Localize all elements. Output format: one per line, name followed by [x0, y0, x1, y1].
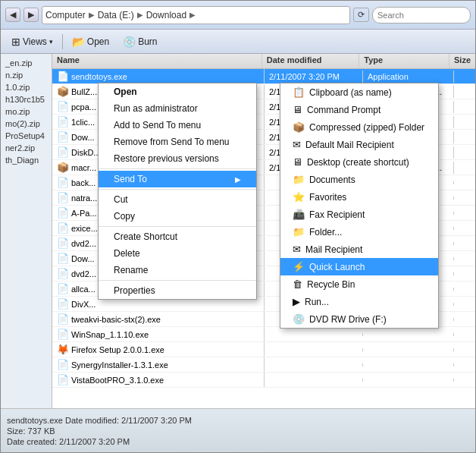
refresh-button[interactable]: ⟳ [353, 8, 369, 22]
submenu-item-desktop-create-shortcut[interactable]: 🖥 Desktop (create shortcut) [280, 153, 438, 171]
left-panel-item[interactable]: h130rc1b5 [2, 93, 50, 105]
views-button[interactable]: ⊞ Views ▾ [7, 33, 58, 50]
breadcrumb-folder[interactable]: Download [146, 10, 186, 20]
context-menu-item-remove-from-send-to-menu[interactable]: Remove from Send To menu [99, 134, 256, 150]
file-size [454, 75, 463, 78]
table-row[interactable]: 🦊 Firefox Setup 2.0.0.1.exe [52, 342, 475, 357]
file-size [454, 105, 463, 109]
submenu-item-icon: 📠 [293, 209, 305, 220]
file-size [454, 242, 463, 245]
file-list-header: Name Date modified Type Size [52, 54, 475, 69]
table-row[interactable]: 📄 WinSnap_1.1.10.exe [52, 327, 475, 342]
ctx-item-label: Send To [114, 174, 147, 184]
file-icon: 📄 [57, 192, 69, 203]
context-menu-item-run-as-administrator[interactable]: Run as administrator [99, 100, 256, 117]
submenu-item-icon: 🖥 [293, 104, 302, 115]
column-size[interactable]: Size [449, 54, 475, 68]
submenu-item-recycle-bin[interactable]: 🗑 Recycle Bin [280, 275, 438, 293]
submenu-item-label: Default Mail Recipient [305, 140, 394, 150]
file-icon: 📄 [57, 313, 69, 325]
column-date-modified[interactable]: Date modified [262, 54, 360, 68]
file-name: Dow... [71, 133, 95, 142]
file-size [454, 121, 463, 124]
file-name: allca... [71, 285, 96, 294]
submenu-item-command-prompt[interactable]: 🖥 Command Prompt [280, 101, 438, 118]
open-button[interactable]: 📂 Open [67, 33, 114, 50]
context-menu-item-add-to-send-to-menu[interactable]: Add to Send To menu [99, 117, 256, 134]
back-button[interactable]: ◀ [5, 8, 20, 22]
table-row[interactable]: 📄 VistaBootPRO_3.1.0.exe [52, 373, 475, 388]
file-icon: 📄 [57, 71, 69, 82]
left-panel-item[interactable]: _en.zip [2, 57, 50, 69]
submenu-item-folder[interactable]: 📁 Folder... [280, 223, 438, 241]
context-menu-item-copy[interactable]: Copy [99, 208, 256, 225]
breadcrumb-arrow-1: ▶ [89, 11, 95, 19]
submenu-item-icon: 📁 [293, 226, 305, 238]
context-menu-item-create-shortcut[interactable]: Create Shortcut [99, 228, 256, 245]
column-type[interactable]: Type [359, 54, 449, 68]
submenu-item-icon: ⭐ [293, 191, 305, 203]
left-panel-item[interactable]: ner2.zip [2, 142, 50, 154]
breadcrumb-computer[interactable]: Computer [45, 10, 86, 20]
file-icon: 📄 [57, 253, 69, 264]
context-menu-item-properties[interactable]: Properties [99, 282, 256, 299]
file-size [454, 136, 463, 139]
status-line-3: Date created: 2/11/2007 3:20 PM [7, 437, 469, 446]
file-date [265, 363, 363, 366]
left-panel-item[interactable]: mo(2).zip [2, 118, 50, 130]
context-menu-item-delete[interactable]: Delete [99, 245, 256, 262]
left-panel-item[interactable]: ProSetup4 [2, 130, 50, 142]
breadcrumb-arrow-2: ▶ [137, 11, 143, 19]
file-size [454, 333, 463, 336]
file-name: sendtotoys.exe [71, 72, 127, 81]
file-icon: 📄 [57, 374, 69, 385]
submenu-item-default-mail-recipient[interactable]: ✉ Default Mail Recipient [280, 136, 438, 153]
file-size [454, 197, 463, 200]
submenu-item-dvd-rw-drive-f[interactable]: 💿 DVD RW Drive (F:) [280, 310, 438, 328]
left-panel-item[interactable]: mo.zip [2, 105, 50, 118]
ctx-item-label: Remove from Send To menu [114, 137, 230, 147]
file-name: dvd2... [71, 239, 96, 248]
search-input[interactable] [372, 7, 471, 24]
submenu-item-fax-recipient[interactable]: 📠 Fax Recipient [280, 206, 438, 223]
forward-button[interactable]: ▶ [23, 8, 39, 22]
submenu-item-run[interactable]: ▶ Run... [280, 293, 438, 310]
status-line-2: Size: 737 KB [7, 426, 469, 436]
submenu-item-label: Fax Recipient [309, 209, 365, 220]
views-arrow: ▾ [49, 38, 53, 46]
breadcrumb-drive[interactable]: Data (E:) [98, 10, 134, 20]
submenu-item-compressed-zipped-folder[interactable]: 📦 Compressed (zipped) Folder [280, 118, 438, 136]
file-size [454, 166, 463, 169]
submenu-item-clipboard-as-name[interactable]: 📋 Clipboard (as name) [280, 83, 438, 101]
ctx-item-label: Rename [114, 265, 148, 275]
table-row[interactable]: 📄 SynergyInstaller-1.3.1.exe [52, 357, 475, 373]
submenu-item-mail-recipient[interactable]: ✉ Mail Recipient [280, 241, 438, 258]
context-menu-item-cut[interactable]: Cut [99, 191, 256, 208]
burn-button[interactable]: 💿 Burn [118, 33, 161, 50]
left-panel-item[interactable]: th_Diagn [2, 154, 50, 166]
submenu-item-label: Clipboard (as name) [309, 87, 392, 98]
file-type: Application [363, 71, 454, 83]
left-panel-item[interactable]: n.zip [2, 69, 50, 81]
window: ◀ ▶ Computer ▶ Data (E:) ▶ Download ▶ ⟳ … [0, 0, 476, 453]
submenu-item-favorites[interactable]: ⭐ Favorites [280, 188, 438, 206]
file-icon: 📄 [57, 207, 69, 219]
file-date: 2/11/2007 3:20 PM [265, 71, 363, 83]
context-menu-item-restore-previous-versions[interactable]: Restore previous versions [99, 150, 256, 167]
column-name[interactable]: Name [52, 54, 262, 68]
context-menu-item-open[interactable]: Open [99, 83, 256, 100]
context-menu-item-send-to[interactable]: Send To▶ [99, 171, 256, 187]
table-row[interactable]: 📄 sendtotoys.exe 2/11/2007 3:20 PM Appli… [52, 69, 475, 84]
file-size [454, 212, 463, 215]
context-menu-item-rename[interactable]: Rename [99, 262, 256, 278]
file-icon: 📄 [57, 222, 69, 234]
submenu-item-quick-launch[interactable]: ⚡ Quick Launch [280, 258, 438, 275]
submenu-item-icon: 📦 [293, 121, 305, 133]
submenu-item-documents[interactable]: 📁 Documents [280, 171, 438, 188]
file-size [454, 348, 463, 351]
file-size [454, 181, 463, 184]
submenu-arrow: ▶ [235, 175, 241, 184]
left-panel-item[interactable]: 1.0.zip [2, 81, 50, 93]
views-icon: ⊞ [11, 36, 20, 48]
toolbar-separator-1 [62, 34, 63, 49]
